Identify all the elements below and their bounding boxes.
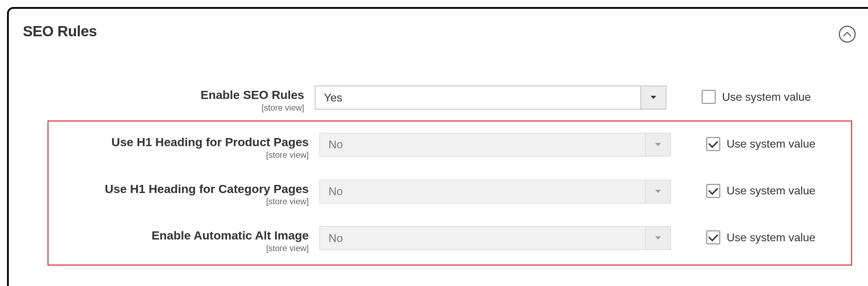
fields-container: Enable SEO Rules [store view] Yes Use sy…: [23, 78, 856, 266]
use-system-checkbox-auto-alt-image[interactable]: [706, 230, 720, 244]
use-system-col: Use system value: [671, 133, 816, 151]
highlighted-fields: Use H1 Heading for Product Pages [store …: [47, 120, 852, 266]
select-handle: [646, 180, 671, 204]
collapse-button[interactable]: [839, 26, 856, 43]
seo-rules-section: SEO Rules Enable SEO Rules [store view] …: [7, 7, 868, 286]
field-label: Use H1 Heading for Category Pages: [52, 182, 309, 196]
use-system-checkbox-h1-product[interactable]: [706, 137, 720, 151]
field-label-col: Use H1 Heading for Category Pages [store…: [52, 180, 319, 207]
field-enable-seo-rules: Enable SEO Rules [store view] Yes Use sy…: [23, 78, 856, 120]
use-system-label: Use system value: [727, 137, 816, 150]
caret-down-icon: [655, 143, 661, 147]
field-h1-category: Use H1 Heading for Category Pages [store…: [52, 170, 848, 217]
enable-seo-rules-select[interactable]: Yes: [315, 86, 641, 110]
use-system-col: Use system value: [671, 226, 816, 244]
field-scope: [store view]: [52, 243, 309, 253]
field-control: No: [319, 180, 671, 204]
field-label: Enable Automatic Alt Image: [52, 228, 309, 243]
use-system-col: Use system value: [671, 180, 816, 198]
field-label-col: Enable SEO Rules [store view]: [23, 86, 315, 113]
field-auto-alt-image: Enable Automatic Alt Image [store view] …: [52, 216, 848, 263]
caret-down-icon: [650, 95, 657, 100]
field-scope: [store view]: [52, 150, 309, 160]
field-control: Yes: [315, 86, 666, 110]
use-system-col: Use system value: [666, 86, 811, 104]
field-scope: [store view]: [23, 103, 304, 113]
auto-alt-image-select: No: [319, 226, 646, 250]
field-control: No: [319, 226, 671, 250]
caret-down-icon: [655, 189, 661, 194]
section-title: SEO Rules: [23, 23, 97, 40]
use-system-label: Use system value: [722, 91, 811, 104]
use-system-checkbox-enable-seo-rules[interactable]: [702, 90, 716, 104]
use-system-label: Use system value: [727, 184, 816, 197]
use-system-checkbox-h1-category[interactable]: [706, 184, 720, 198]
h1-category-select: No: [319, 180, 646, 204]
field-scope: [store view]: [52, 197, 309, 206]
chevron-up-icon: [843, 32, 851, 37]
section-header: SEO Rules: [23, 23, 856, 43]
field-label: Enable SEO Rules: [23, 88, 304, 102]
field-label-col: Use H1 Heading for Product Pages [store …: [52, 133, 319, 160]
caret-down-icon: [655, 236, 661, 240]
field-h1-product: Use H1 Heading for Product Pages [store …: [52, 123, 848, 170]
select-handle: [646, 133, 671, 157]
h1-product-select: No: [319, 133, 646, 157]
use-system-label: Use system value: [727, 231, 816, 244]
select-handle[interactable]: [641, 86, 666, 110]
select-handle: [646, 226, 671, 250]
field-label-col: Enable Automatic Alt Image [store view]: [52, 226, 319, 253]
field-control: No: [319, 133, 671, 157]
field-label: Use H1 Heading for Product Pages: [52, 135, 309, 149]
